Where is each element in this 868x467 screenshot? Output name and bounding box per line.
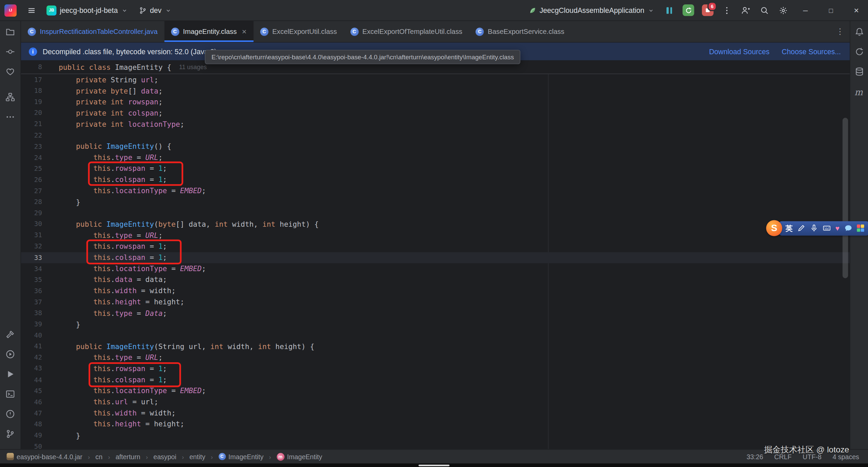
breadcrumb-item[interactable]: CImageEntity xyxy=(218,453,264,461)
run-toolwindow-button[interactable] xyxy=(2,366,18,382)
breadcrumb-item[interactable]: afterturn xyxy=(116,453,140,461)
code-text: private byte[] data; xyxy=(56,87,162,95)
close-tab-icon[interactable]: ✕ xyxy=(242,28,247,35)
branch-widget[interactable]: dev xyxy=(134,4,176,17)
commit-toolwindow-button[interactable] xyxy=(2,44,18,59)
code-line-50[interactable]: 50 xyxy=(21,441,850,449)
code-line-28[interactable]: 28 } xyxy=(21,196,850,207)
code-line-38[interactable]: 38 this.type = Data; xyxy=(21,307,850,319)
bell-toolwindow-button[interactable] xyxy=(851,24,867,39)
settings-button[interactable] xyxy=(775,2,792,19)
breadcrumb-item[interactable]: easypoi xyxy=(153,453,176,461)
usages-inlay-hint[interactable]: 11 usages xyxy=(179,64,207,70)
heart-icon[interactable]: ♥ xyxy=(835,225,840,232)
caret-position[interactable]: 33:26 xyxy=(747,453,763,461)
pause-button[interactable] xyxy=(661,2,678,19)
code-line-42[interactable]: 42 this.type = URL; xyxy=(21,352,850,363)
tab-excelexportutil-class[interactable]: CExcelExportUtil.class xyxy=(253,21,344,42)
structure-toolwindow-button[interactable] xyxy=(2,89,18,105)
minimize-button[interactable]: ─ xyxy=(794,0,817,21)
code-line-27[interactable]: 27 this.locationType = EMBED; xyxy=(21,185,850,197)
download-sources-link[interactable]: Download Sources xyxy=(709,47,769,56)
breadcrumb-item[interactable]: cn xyxy=(95,453,102,461)
tab-baseexportservice-class[interactable]: CBaseExportService.class xyxy=(469,21,571,42)
line-number: 41 xyxy=(21,343,56,350)
chat-bubble-icon[interactable] xyxy=(844,224,852,232)
code-line-47[interactable]: 47 this.width = width; xyxy=(21,407,850,419)
git-branch-icon xyxy=(139,6,147,14)
line-number: 43 xyxy=(21,365,56,372)
code-line-40[interactable]: 40 xyxy=(21,330,850,341)
sogou-logo-icon[interactable]: S xyxy=(766,220,782,236)
database-toolwindow-button[interactable] xyxy=(851,64,867,79)
code-line-36[interactable]: 36 this.width = width; xyxy=(21,285,850,297)
build-toolwindow-button[interactable] xyxy=(2,326,18,342)
line-number: 37 xyxy=(21,298,56,306)
main-menu-button[interactable] xyxy=(23,2,40,19)
code-line-20[interactable]: 20 private int colspan; xyxy=(21,107,850,119)
line-number: 34 xyxy=(21,265,56,272)
pen-icon[interactable] xyxy=(797,224,805,232)
stop-all-button[interactable]: 6 xyxy=(702,4,713,16)
more-icon xyxy=(5,112,15,121)
rerun-button[interactable] xyxy=(682,4,694,16)
code-line-19[interactable]: 19 private int rowspan; xyxy=(21,96,850,107)
services-toolwindow-button[interactable] xyxy=(2,346,18,362)
sync-toolwindow-button[interactable] xyxy=(851,44,867,59)
code-line-37[interactable]: 37 this.height = height; xyxy=(21,297,850,308)
commit-icon xyxy=(5,47,15,56)
code-line-41[interactable]: 41 public ImageEntity(String url, int wi… xyxy=(21,341,850,352)
problems-toolwindow-button[interactable] xyxy=(2,406,18,422)
code-line-29[interactable]: 29 xyxy=(21,207,850,219)
code-line-39[interactable]: 39 } xyxy=(21,319,850,330)
tab-inspurrectificationtablecontroller-java[interactable]: CInspurRectificationTableController.java xyxy=(21,21,164,42)
code-line-30[interactable]: 30 public ImageEntity(byte[] data, int w… xyxy=(21,219,850,230)
terminal-toolwindow-button[interactable] xyxy=(2,386,18,402)
code-line-22[interactable]: 22 xyxy=(21,130,850,141)
code-line-34[interactable]: 34 this.locationType = EMBED; xyxy=(21,263,850,274)
breadcrumb-item[interactable]: mImageEntity xyxy=(276,453,322,461)
tab-options-button[interactable]: ⋮ xyxy=(836,26,844,36)
code-line-49[interactable]: 49 } xyxy=(21,430,850,441)
run-configuration-widget[interactable]: JeecgCloudAssembleApplication xyxy=(524,4,659,17)
tab-excelexportoftemplateutil-class[interactable]: CExcelExportOfTemplateUtil.class xyxy=(344,21,469,42)
class-icon: C xyxy=(350,27,358,36)
sogou-toolbox-icon[interactable] xyxy=(857,224,864,232)
breadcrumb-separator: › xyxy=(146,453,148,460)
editor-scrollbar[interactable] xyxy=(843,118,848,278)
project-widget[interactable]: JB jeecg-boot-jd-beta xyxy=(42,3,132,17)
choose-sources-link[interactable]: Choose Sources... xyxy=(782,47,841,56)
maximize-button[interactable]: □ xyxy=(819,0,843,21)
search-everywhere-button[interactable] xyxy=(756,2,773,19)
breadcrumb-label: entity xyxy=(189,453,205,461)
build-icon xyxy=(5,329,15,339)
line-number: 35 xyxy=(21,276,56,284)
code-line-46[interactable]: 46 this.url = url; xyxy=(21,397,850,408)
tab-imageentity-class[interactable]: CImageEntity.class✕ xyxy=(164,21,253,42)
folder-toolwindow-button[interactable] xyxy=(2,24,18,39)
maven-toolwindow-button[interactable]: m xyxy=(851,83,867,99)
code-line-17[interactable]: 17 private String url; xyxy=(21,74,850,85)
pause-icon xyxy=(667,7,672,14)
breadcrumb-item[interactable]: entity xyxy=(189,453,205,461)
file-path-tooltip: E:\repo\cn\afterturn\easypoi-base\4.4.0\… xyxy=(205,50,521,64)
heart-toolwindow-button[interactable] xyxy=(2,64,18,79)
more-actions-button[interactable] xyxy=(718,2,735,19)
keyboard-icon[interactable] xyxy=(823,224,831,232)
close-button[interactable]: ✕ xyxy=(845,0,868,21)
ime-language-toggle[interactable]: 英 xyxy=(786,223,793,233)
structure-icon xyxy=(5,92,15,102)
microphone-icon[interactable] xyxy=(810,224,818,232)
code-line-21[interactable]: 21 private int locationType; xyxy=(21,119,850,130)
code-line-23[interactable]: 23 public ImageEntity() { xyxy=(21,141,850,152)
taskbar-pill xyxy=(419,464,449,466)
more-toolwindow-button[interactable] xyxy=(2,109,18,125)
breadcrumb-item[interactable]: easypoi-base-4.4.0.jar xyxy=(7,453,82,461)
line-number: 48 xyxy=(21,420,56,428)
code-line-35[interactable]: 35 this.data = data; xyxy=(21,274,850,285)
breadcrumb-separator: › xyxy=(182,453,184,460)
code-line-18[interactable]: 18 private byte[] data; xyxy=(21,85,850,96)
git-toolwindow-button[interactable] xyxy=(2,426,18,442)
code-line-48[interactable]: 48 this.height = height; xyxy=(21,419,850,430)
code-with-me-button[interactable] xyxy=(737,2,754,19)
